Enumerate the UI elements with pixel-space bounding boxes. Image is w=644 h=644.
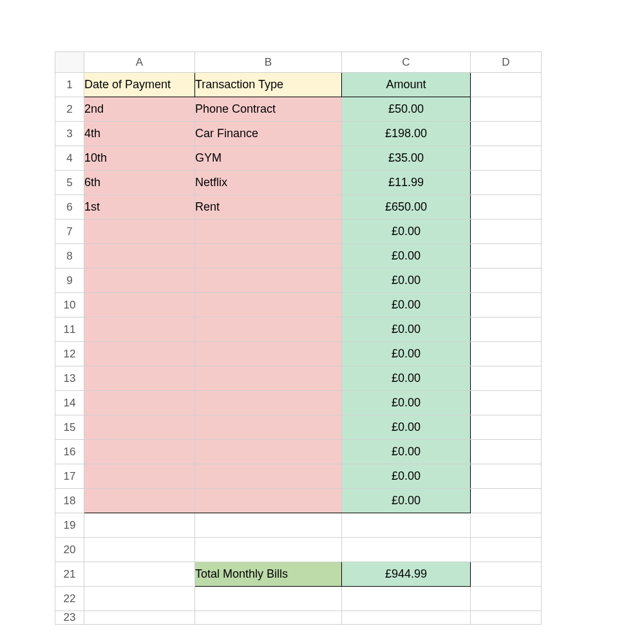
cell-b4[interactable]: GYM bbox=[195, 146, 342, 171]
cell-b21[interactable]: Total Monthly Bills bbox=[195, 562, 342, 587]
cell-b2[interactable]: Phone Contract bbox=[195, 97, 342, 122]
cell-a14[interactable] bbox=[84, 391, 195, 415]
cell-b12[interactable] bbox=[195, 342, 342, 366]
cell-a8[interactable] bbox=[84, 244, 195, 269]
cell-b23[interactable] bbox=[195, 611, 342, 625]
cell-c23[interactable] bbox=[342, 611, 471, 625]
cell-c14[interactable]: £0.00 bbox=[342, 391, 471, 415]
cell-b22[interactable] bbox=[195, 587, 342, 611]
cell-a18[interactable] bbox=[84, 489, 195, 513]
cell-c20[interactable] bbox=[342, 538, 471, 562]
cell-c21[interactable]: £944.99 bbox=[342, 562, 471, 587]
cell-d12[interactable] bbox=[471, 342, 542, 366]
cell-d20[interactable] bbox=[471, 538, 542, 562]
cell-c2[interactable]: £50.00 bbox=[342, 97, 471, 122]
cell-a16[interactable] bbox=[84, 440, 195, 464]
cell-a2[interactable]: 2nd bbox=[84, 97, 195, 122]
cell-d11[interactable] bbox=[471, 317, 542, 342]
cell-d10[interactable] bbox=[471, 293, 542, 317]
cell-a22[interactable] bbox=[84, 587, 195, 611]
row-header-10[interactable]: 10 bbox=[55, 293, 84, 317]
cell-d8[interactable] bbox=[471, 244, 542, 269]
row-header-2[interactable]: 2 bbox=[55, 97, 84, 122]
cell-b6[interactable]: Rent bbox=[195, 195, 342, 220]
cell-a11[interactable] bbox=[84, 317, 195, 342]
cell-d18[interactable] bbox=[471, 489, 542, 513]
cell-c1[interactable]: Amount bbox=[342, 73, 471, 97]
cell-c11[interactable]: £0.00 bbox=[342, 317, 471, 342]
cell-c19[interactable] bbox=[342, 513, 471, 538]
row-header-7[interactable]: 7 bbox=[55, 220, 84, 244]
row-header-16[interactable]: 16 bbox=[55, 440, 84, 464]
cell-c10[interactable]: £0.00 bbox=[342, 293, 471, 317]
cell-d16[interactable] bbox=[471, 440, 542, 464]
cell-b8[interactable] bbox=[195, 244, 342, 269]
cell-c22[interactable] bbox=[342, 587, 471, 611]
select-all-corner[interactable] bbox=[55, 52, 84, 73]
cell-c9[interactable]: £0.00 bbox=[342, 269, 471, 293]
cell-d7[interactable] bbox=[471, 220, 542, 244]
cell-c8[interactable]: £0.00 bbox=[342, 244, 471, 269]
cell-b13[interactable] bbox=[195, 366, 342, 391]
row-header-8[interactable]: 8 bbox=[55, 244, 84, 269]
cell-d13[interactable] bbox=[471, 366, 542, 391]
column-header-d[interactable]: D bbox=[471, 52, 542, 73]
cell-d2[interactable] bbox=[471, 97, 542, 122]
row-header-22[interactable]: 22 bbox=[55, 587, 84, 611]
row-header-21[interactable]: 21 bbox=[55, 562, 84, 587]
cell-c7[interactable]: £0.00 bbox=[342, 220, 471, 244]
row-header-12[interactable]: 12 bbox=[55, 342, 84, 366]
cell-c5[interactable]: £11.99 bbox=[342, 171, 471, 195]
row-header-13[interactable]: 13 bbox=[55, 366, 84, 391]
cell-c15[interactable]: £0.00 bbox=[342, 415, 471, 440]
cell-c16[interactable]: £0.00 bbox=[342, 440, 471, 464]
cell-b14[interactable] bbox=[195, 391, 342, 415]
column-header-a[interactable]: A bbox=[84, 52, 195, 73]
cell-a10[interactable] bbox=[84, 293, 195, 317]
cell-a9[interactable] bbox=[84, 269, 195, 293]
row-header-14[interactable]: 14 bbox=[55, 391, 84, 415]
cell-b11[interactable] bbox=[195, 317, 342, 342]
cell-a23[interactable] bbox=[84, 611, 195, 625]
cell-a5[interactable]: 6th bbox=[84, 171, 195, 195]
cell-b9[interactable] bbox=[195, 269, 342, 293]
row-header-6[interactable]: 6 bbox=[55, 195, 84, 220]
cell-a7[interactable] bbox=[84, 220, 195, 244]
cell-a20[interactable] bbox=[84, 538, 195, 562]
cell-b5[interactable]: Netflix bbox=[195, 171, 342, 195]
row-header-5[interactable]: 5 bbox=[55, 171, 84, 195]
cell-b10[interactable] bbox=[195, 293, 342, 317]
row-header-20[interactable]: 20 bbox=[55, 538, 84, 562]
cell-b7[interactable] bbox=[195, 220, 342, 244]
cell-c4[interactable]: £35.00 bbox=[342, 146, 471, 171]
cell-a12[interactable] bbox=[84, 342, 195, 366]
cell-d1[interactable] bbox=[471, 73, 542, 97]
row-header-18[interactable]: 18 bbox=[55, 489, 84, 513]
row-header-9[interactable]: 9 bbox=[55, 269, 84, 293]
row-header-15[interactable]: 15 bbox=[55, 415, 84, 440]
cell-d23[interactable] bbox=[471, 611, 542, 625]
cell-c3[interactable]: £198.00 bbox=[342, 122, 471, 146]
cell-b17[interactable] bbox=[195, 464, 342, 489]
cell-d22[interactable] bbox=[471, 587, 542, 611]
row-header-3[interactable]: 3 bbox=[55, 122, 84, 146]
cell-b18[interactable] bbox=[195, 489, 342, 513]
cell-d9[interactable] bbox=[471, 269, 542, 293]
cell-b3[interactable]: Car Finance bbox=[195, 122, 342, 146]
cell-b15[interactable] bbox=[195, 415, 342, 440]
column-header-c[interactable]: C bbox=[342, 52, 471, 73]
cell-a15[interactable] bbox=[84, 415, 195, 440]
cell-a17[interactable] bbox=[84, 464, 195, 489]
cell-a21[interactable] bbox=[84, 562, 195, 587]
cell-d15[interactable] bbox=[471, 415, 542, 440]
cell-d17[interactable] bbox=[471, 464, 542, 489]
row-header-17[interactable]: 17 bbox=[55, 464, 84, 489]
cell-a6[interactable]: 1st bbox=[84, 195, 195, 220]
cell-b19[interactable] bbox=[195, 513, 342, 538]
cell-a3[interactable]: 4th bbox=[84, 122, 195, 146]
cell-c18[interactable]: £0.00 bbox=[342, 489, 471, 513]
column-header-b[interactable]: B bbox=[195, 52, 342, 73]
spreadsheet-grid[interactable]: A B C D 1 Date of Payment Transaction Ty… bbox=[55, 52, 542, 625]
cell-d21[interactable] bbox=[471, 562, 542, 587]
row-header-4[interactable]: 4 bbox=[55, 146, 84, 171]
